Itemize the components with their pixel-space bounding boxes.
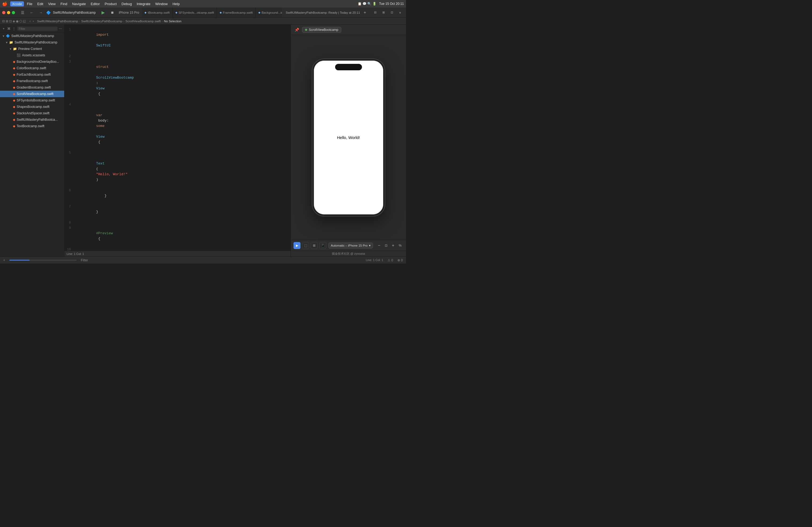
layout-btn-1[interactable]: ⊟ <box>371 9 379 16</box>
sidebar-item-scrollview[interactable]: ◆ ScrollViewBootcamp.swift <box>0 91 64 97</box>
preview-inspect-button[interactable]: ⬚ <box>302 242 309 249</box>
stop-button[interactable]: ■ <box>108 9 116 16</box>
cursor-position: Line: 1 Col: 1 <box>67 252 84 255</box>
zoom-out-button[interactable]: − <box>376 242 382 249</box>
sidebar-filter-button[interactable]: ⌘ <box>7 26 11 32</box>
keyword: import <box>96 33 109 37</box>
menu-view[interactable]: View <box>46 1 57 6</box>
layout-btn-2[interactable]: ⊞ <box>380 9 387 16</box>
breadcrumb-file[interactable]: ScrollViewBootcamp.swift <box>126 19 161 23</box>
preview-title-text: ScrollViewBootcamp <box>309 28 338 32</box>
tab-label: FrameBootcamp.swift <box>223 11 253 14</box>
sidebar-item-color[interactable]: ◆ ColorBootcamp.swift <box>0 65 64 71</box>
sidebar-extra-button[interactable]: ⋯ <box>59 26 62 32</box>
close-button[interactable] <box>2 11 5 14</box>
sidebar-item-gradient[interactable]: ◆ GradientBootcamp.swift <box>0 84 64 91</box>
forward-button[interactable]: → <box>37 9 45 16</box>
sidebar-item-assets[interactable]: ⬛ Assets.xcassets <box>0 52 64 59</box>
sidebar-item-frame[interactable]: ◆ FrameBootcamp.swift <box>0 78 64 84</box>
sidebar-add-button[interactable]: + <box>2 26 6 32</box>
sidebar-icon-2[interactable]: ⊞ <box>6 19 8 23</box>
code-editor[interactable]: 1 import SwiftUI 2 3 struct ScrollViewBo… <box>64 25 291 251</box>
sidebar-item-project-group[interactable]: ▼ 📁 SwiftUIMasteryPathBootcamp <box>0 39 64 46</box>
layout-btn-3[interactable]: ⊡ <box>388 9 395 16</box>
filter-status-button[interactable]: Filter <box>81 258 88 262</box>
menu-editor[interactable]: Editor <box>89 1 102 6</box>
sidebar-label: ScrollViewBootcamp.swift <box>17 92 54 96</box>
system-icons: 📋 💬 🔍 🔋 <box>358 2 376 6</box>
preview-grid-button[interactable]: ⊞ <box>311 242 318 249</box>
nav-forward-icon[interactable]: › <box>33 19 34 23</box>
device-selector-dropdown[interactable]: Automatic – iPhone 15 Pro ▾ <box>329 243 373 249</box>
sidebar-icon-5[interactable]: ◉ <box>16 19 18 23</box>
zoom-percent-button[interactable]: % <box>397 242 403 249</box>
back-button[interactable]: ← <box>28 9 35 16</box>
sidebar-item-text[interactable]: ◆ TextBootcamp.swift <box>0 123 64 129</box>
menu-product[interactable]: Product <box>103 1 119 6</box>
menu-xcode[interactable]: Xcode <box>10 1 24 6</box>
pin-button[interactable]: 📌 <box>293 27 300 33</box>
sidebar-item-sfsymbols[interactable]: ◆ SFSymbolsBootcamp.swift <box>0 97 64 104</box>
string-literal: "Hello, World!" <box>96 172 128 176</box>
run-button[interactable]: ▶ <box>99 9 107 16</box>
line-content: } <box>75 188 291 204</box>
breadcrumb-group[interactable]: SwiftUIMasteryPathBootcamp <box>81 19 122 23</box>
sidebar-item-root-project[interactable]: ▼ 🔷 SwiftUIMasteryPathBootcamp <box>0 33 64 39</box>
filter-input[interactable] <box>17 27 57 31</box>
sidebar-icon-3[interactable]: ⊡ <box>9 19 12 23</box>
xcassets-icon: ⬛ <box>17 54 21 57</box>
sidebar-item-stacks[interactable]: ◆ StacksAndSpacer.swift <box>0 110 64 117</box>
preview-device-button[interactable]: 📱 <box>319 242 326 249</box>
code-line-2: 2 <box>64 54 291 59</box>
menu-debug[interactable]: Debug <box>120 1 134 6</box>
sidebar-item-masterypath[interactable]: ◆ SwiftUIMasteryPathBootca... <box>0 117 64 123</box>
nav-back-icon[interactable]: ‹ <box>30 19 31 23</box>
maximize-button[interactable] <box>12 11 15 14</box>
sidebar-icon-7[interactable]: ◱ <box>23 19 26 23</box>
add-tab-button[interactable]: + <box>362 10 368 16</box>
menu-integrate[interactable]: Integrate <box>135 1 152 6</box>
sidebar-item-shapes[interactable]: ◆ ShapesBootcamp.swift <box>0 104 64 110</box>
preview-play-button[interactable]: ▶ <box>293 242 301 249</box>
sidebar-icon-6[interactable]: ⬡ <box>19 19 22 23</box>
apple-icon[interactable]: 🍎 <box>2 1 8 6</box>
line-content: struct ScrollViewBootcamp : View { <box>75 59 291 102</box>
sidebar-toggle-button[interactable]: ☰ <box>19 9 26 16</box>
line-number: 5 <box>64 150 75 156</box>
keyword: struct <box>96 65 109 69</box>
sidebar-item-preview-content[interactable]: ▼ 📁 Preview Content <box>0 46 64 52</box>
menu-edit[interactable]: Edit <box>35 1 45 6</box>
sidebar-item-foreach[interactable]: ◆ ForEachBootcamp.swift <box>0 71 64 78</box>
zoom-fit-button[interactable]: ⊡ <box>383 242 389 249</box>
tab-sfsymbols[interactable]: ◆ SFSymbols...otcamp.swift <box>173 7 217 17</box>
iphone-mockup: Hello, World! <box>312 59 385 216</box>
sidebar-icon-4[interactable]: ◈ <box>13 19 15 23</box>
code-line-3: 3 struct ScrollViewBootcamp : View { <box>64 59 291 102</box>
tab-background[interactable]: ◆ Background...tcamp.swift <box>256 7 282 17</box>
community-label: 掘金技术社区 @ zyosasa <box>291 251 406 257</box>
sidebar-item-background[interactable]: ◆ BackgroundAndOverlayBoo... <box>0 59 64 65</box>
breadcrumb-project[interactable]: SwiftUIMasteryPathBootcamp <box>37 19 78 23</box>
line-number: 6 <box>64 188 75 193</box>
menubar: 🍎 Xcode File Edit View Find Navigate Edi… <box>0 0 406 7</box>
menu-find[interactable]: Find <box>59 1 69 6</box>
project-name: SwiftUIMasteryPathBootcamp <box>53 11 96 15</box>
menu-navigate[interactable]: Navigate <box>70 1 88 6</box>
sidebar-sort-button[interactable]: ⋮ <box>12 26 16 32</box>
device-selector[interactable]: iPhone 15 Pro <box>119 11 139 15</box>
sidebar-icon-1[interactable]: ⊟ <box>2 19 5 23</box>
community-text: 掘金技术社区 @ zyosasa <box>332 252 365 256</box>
menu-window[interactable]: Window <box>153 1 170 6</box>
menu-help[interactable]: Help <box>171 1 182 6</box>
keyword: var <box>96 113 102 117</box>
error-button[interactable]: ⊗ 0 <box>397 258 403 262</box>
line-number: 9 <box>64 225 75 231</box>
zoom-in-button[interactable]: + <box>390 242 396 249</box>
layout-btn-4[interactable]: ≡ <box>396 9 404 16</box>
add-file-button[interactable]: + <box>3 258 5 262</box>
warning-button[interactable]: ⚠ 0 <box>388 258 393 262</box>
menu-file[interactable]: File <box>25 1 34 6</box>
minimize-button[interactable] <box>7 11 10 14</box>
tab-frame[interactable]: ◆ FrameBootcamp.swift <box>217 7 256 17</box>
tab-tbootcamp[interactable]: ◆ tBootcamp.swift <box>142 7 172 17</box>
